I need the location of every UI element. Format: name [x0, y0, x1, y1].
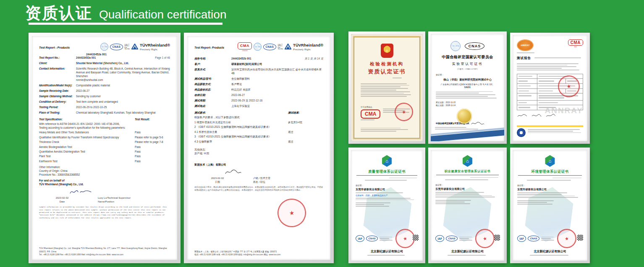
redacted-credit-code	[435, 192, 500, 193]
certificate-image-tuv-report-en[interactable]: Test Report - Products ILAC-MRA CNAS 中国认…	[29, 33, 181, 263]
certificate-image-cma-qualification[interactable]: ★ 检验检测机构 资质认定证书 许可使用标志 CMA ★	[348, 31, 425, 144]
certifier-stamp-icon: ★	[474, 228, 496, 249]
quality-cert-page: ⌂ 质量管理体系认证证书 兹证明： 东莞市硕泰实业有限公司 包装材料（薄膜）及塑…	[351, 150, 423, 261]
redacted-issuer-address	[448, 254, 487, 257]
logo-row: ANNRAY CMA 2021	[517, 39, 583, 54]
redacted-text-line	[517, 70, 579, 70]
sign-row: 2023-02-02卢艳 / 技术主管	[194, 176, 323, 180]
redacted-scope-line	[435, 194, 500, 194]
redacted-text-line	[356, 200, 414, 200]
test-row: 1 傅里叶变换红外光谱定性分析参见第3-4页	[194, 121, 323, 124]
redacted-text-line	[435, 202, 465, 202]
certificate-image-tuv-report-zh[interactable]: Test Report- Products CMA17062204 ILAC-M…	[184, 33, 334, 263]
redacted-text-line	[361, 119, 374, 120]
test-row: 2 《GB/T 41010-2021 生物降解塑料与制品降解性能及标识要求》	[194, 125, 323, 129]
redacted-text-line	[517, 66, 576, 67]
signature-icon	[517, 113, 528, 118]
redacted-text-line	[380, 240, 393, 241]
company-address: 广东省佛山市南海区大沥镇虹岭国际装备中心 52 号 A 座 110、	[436, 83, 499, 86]
cert-title: 实验室认可证书	[436, 62, 499, 66]
cert-title-line1: 检验检测机构	[355, 61, 419, 67]
spec-row: Qualitative Identification by Fourier Tr…	[39, 136, 170, 140]
certifier-hexagon-logo-icon: ⌂	[545, 155, 555, 167]
redacted-text-line	[356, 192, 403, 193]
cert-title-line2: 资质认定证书	[355, 68, 419, 75]
report-row: 收样日期:2022-06-27	[194, 93, 323, 97]
logo-strip: ILAC-MRA CNAS 中国认可 国际互认 检测 TESTING TÜVRh…	[100, 42, 170, 52]
redacted-text-line	[534, 57, 581, 58]
redacted-text-line	[435, 192, 484, 193]
certificate-image-ohs-mgmt[interactable]: ⌂ 职业健康安全管理体系认证证书 兹证明： 东莞市硕泰实业有限公司 IAF CN…	[428, 148, 507, 263]
redacted-text-line	[361, 90, 396, 91]
certificate-image-env-mgmt[interactable]: ⌂ 环境管理体系认证证书 兹证明： 东莞市硕泰实业有限公司 IAF CNAS ★…	[510, 148, 590, 263]
qr-code-icon	[577, 235, 583, 241]
disclaimer: Sample information is provided by custom…	[39, 206, 170, 219]
redacted-text-line	[435, 203, 470, 204]
redacted-text-line	[361, 85, 409, 86]
highlight-band	[517, 125, 583, 127]
doc-label: Test Report- Products	[194, 42, 224, 50]
tuv-name: TÜVRheinland®	[140, 42, 170, 48]
doc-header: Test Report- Products CMA17062204 ILAC-M…	[194, 42, 323, 52]
redacted-date-lines	[435, 200, 474, 204]
redacted-text-line	[361, 91, 410, 92]
sign-row-labels: DateName/Position	[39, 200, 170, 203]
national-emblem-icon: ★	[381, 44, 393, 58]
signature-icon	[224, 168, 242, 175]
spec-row: Heavy Metals and Other Toxic SubstancesP…	[39, 131, 170, 135]
secretary-signature-icon	[471, 121, 485, 126]
cert-body: 兹证明： 东莞市硕泰实业有限公司	[435, 184, 500, 205]
redacted-text-line	[459, 238, 469, 239]
issuer-name: 北京新纪源认证有限公司	[517, 249, 583, 254]
logo-strip: CMA17062204 ILAC-MRA CNAS 中国认可 国际互认 检测 T…	[238, 42, 323, 52]
spec-header-row: Test Specification:Test Result:	[39, 118, 170, 122]
report-row: 样品接收状态:样品完好 未损坏	[194, 88, 323, 92]
cma-logo: CMA	[568, 39, 583, 46]
redacted-text-line	[356, 198, 411, 199]
cert-body: 兹证明： 东莞市硕泰实业有限公司	[517, 184, 583, 205]
cert-dates: 发证日期：2022-11-15 截止日期：2028-11-14	[436, 101, 499, 107]
certified-company: 东莞市硕泰实业有限公司	[356, 188, 418, 192]
report-row: Test Report No.:244433452a 001Page 1 of …	[39, 56, 170, 60]
prove-label: 兹证明：	[517, 184, 583, 187]
redacted-text-line	[527, 180, 571, 181]
redacted-body-text	[436, 91, 499, 99]
cnas-logo: CNAS	[528, 236, 539, 241]
redacted-body-text	[361, 83, 413, 98]
tuv-name: TÜVRheinland®	[293, 42, 323, 48]
redacted-scope-line	[517, 194, 583, 195]
redacted-logo-caption	[541, 236, 555, 241]
redacted-text-line	[445, 179, 488, 180]
redacted-text-line	[552, 178, 581, 179]
redacted-text-line	[470, 177, 499, 178]
iaf-logo: IAF	[356, 235, 364, 242]
accreditation-logo-row: IAF CNAS ★	[517, 229, 583, 248]
redacted-text-line	[436, 94, 495, 95]
title-underline	[29, 23, 223, 25]
redacted-text-line	[541, 238, 551, 239]
redacted-text-line	[517, 194, 562, 195]
prove-label: 兹证明：	[436, 73, 499, 76]
redacted-text-line	[530, 255, 569, 256]
signature-icon	[68, 188, 93, 195]
redacted-text-line	[361, 94, 411, 95]
official-stamp-icon: ★	[393, 101, 414, 122]
report-row: Testing Period:2022-06-29 to 2022-10-25	[39, 106, 170, 109]
redacted-text-line	[365, 180, 407, 181]
redacted-footer-text	[528, 128, 583, 134]
redacted-text-line	[541, 240, 555, 241]
redacted-text-line	[435, 200, 471, 201]
other-info: Other Information: Country of Origin: Ch…	[39, 166, 170, 176]
iaf-logo: IAF	[435, 235, 444, 242]
license-mark-label: 许可使用标志	[361, 106, 380, 108]
redacted-cert-number	[393, 77, 402, 79]
certificate-image-annray-report[interactable]: ANNRAY CMA 2021 测试报告	[510, 33, 590, 144]
redacted-text-line	[517, 204, 552, 205]
test-row: 4.1 挥发性固体含量通过	[194, 130, 323, 134]
test-row: 3 《GB/T 41010-2021 生物降解塑料与制品降解性能及标识要求》	[194, 135, 323, 139]
env-cert-page: ⌂ 环境管理体系认证证书 兹证明： 东莞市硕泰实业有限公司 IAF CNAS ★…	[513, 150, 587, 261]
ohs-cert-page: ⌂ 职业健康安全管理体系认证证书 兹证明： 东莞市硕泰实业有限公司 IAF CN…	[431, 150, 504, 261]
certificate-image-quality-mgmt[interactable]: ⌂ 质量管理体系认证证书 兹证明： 东莞市硕泰实业有限公司 包装材料（薄膜）及塑…	[348, 148, 425, 263]
certificate-image-cnas-lab[interactable]: ILAC-MRA CNAS 中国合格评定国家认可委员会 实验室认可证书 （注册号…	[428, 31, 507, 144]
redacted-logo-caption	[459, 236, 474, 241]
